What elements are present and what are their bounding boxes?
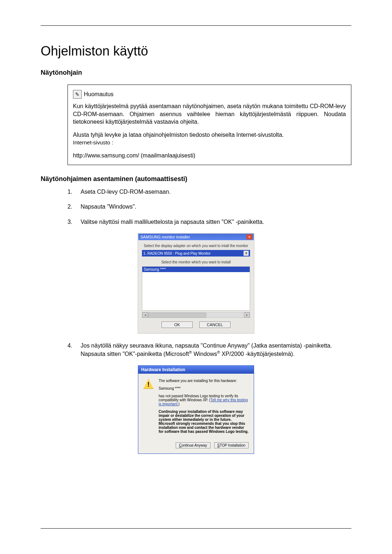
hw-warning-bold: Continuing your installation of this sof… [159, 410, 249, 434]
hw-line-2: Samsung **** [159, 386, 249, 390]
close-icon[interactable]: × [246, 234, 252, 239]
step-3-text: Valitse näyttösi malli malliluettelosta … [81, 218, 351, 226]
note-paragraph-2: Alusta tyhjä levyke ja lataa ohjainohjel… [73, 132, 284, 138]
scroll-right-icon[interactable]: ▸ [244, 312, 250, 317]
note-url: http://www.samsung.com/ (maailmanlaajuis… [73, 152, 346, 160]
monitor-selected-item[interactable]: Samsung **** [142, 267, 250, 272]
installer-title: SAMSUNG monitor installer [140, 235, 190, 239]
note-icon: ✎ [73, 90, 82, 99]
monitor-listbox[interactable]: Samsung **** [142, 266, 250, 311]
step-1-text: Aseta CD-levy CD-ROM-asemaan. [81, 188, 351, 196]
step-number: 2. [68, 203, 81, 211]
scroll-thumb[interactable] [148, 313, 206, 318]
internet-site-label: Internet-sivusto : [73, 139, 113, 145]
page-title: Ohjelmiston käyttö [41, 44, 351, 59]
step-number: 1. [68, 188, 81, 196]
note-box: ✎ Huomautus Kun käyttöjärjestelmä pyytää… [68, 85, 351, 165]
adapter-dropdown[interactable]: 1. RADEON 9550 : Plug and Play Monitor ▾ [142, 250, 250, 257]
stop-installation-button[interactable]: STOP Installation [214, 442, 249, 448]
step-2-text: Napsauta "Windows". [81, 203, 351, 211]
subsection-heading: Näytönohjaimen asentaminen (automaattise… [41, 175, 351, 183]
ok-button[interactable]: OK [162, 321, 193, 328]
adapter-selected: 1. RADEON 9550 : Plug and Play Monitor [143, 251, 211, 255]
hardware-installation-dialog: Hardware Installation ! The software you… [138, 365, 254, 454]
note-paragraph-1: Kun käyttöjärjestelmä pyytää asentamaan … [73, 102, 346, 126]
hw-line-3: has not passed Windows Logo testing to v… [159, 394, 249, 406]
chevron-down-icon[interactable]: ▾ [244, 251, 249, 256]
warning-icon: ! [143, 379, 154, 389]
installer-label-1: Select the display adapter on which you … [140, 244, 252, 248]
hw-line-1: The software you are installing for this… [159, 379, 249, 383]
horizontal-scrollbar[interactable]: ◂ ▸ [142, 312, 250, 318]
installer-label-2: Select the monitor which you want to ins… [140, 260, 252, 264]
step-number: 3. [68, 218, 81, 226]
cancel-button[interactable]: CANCEL [199, 321, 230, 328]
step-4-text: Jos näytöllä näkyy seuraava ikkuna, naps… [81, 342, 351, 358]
step-number: 4. [68, 342, 81, 350]
continue-anyway-button[interactable]: Continue Anyway [176, 442, 210, 448]
note-label: Huomautus [84, 90, 114, 98]
installer-dialog: SAMSUNG monitor installer × Select the d… [138, 233, 254, 334]
scroll-left-icon[interactable]: ◂ [142, 312, 148, 317]
hw-dialog-title: Hardware Installation [138, 366, 254, 374]
section-heading: Näytönohjain [41, 69, 351, 77]
